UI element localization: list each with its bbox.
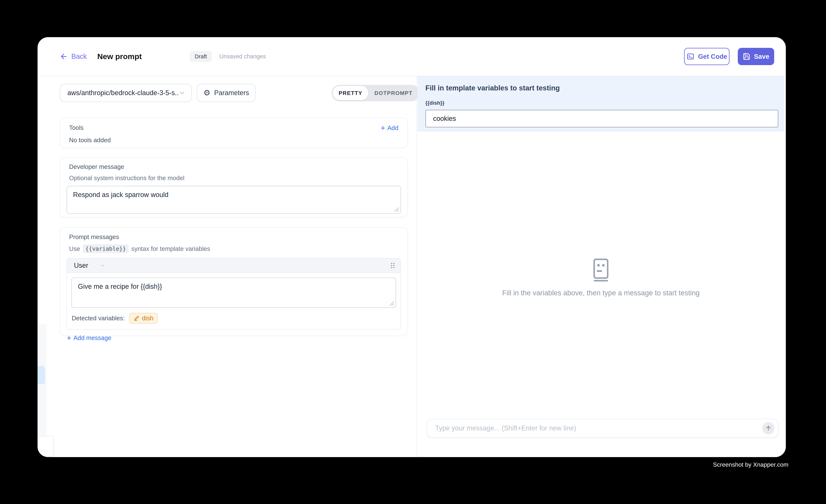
send-message-button[interactable] <box>762 422 775 434</box>
add-message-button[interactable]: + Add message <box>67 334 111 342</box>
unsaved-changes-text: Unsaved changes <box>219 53 266 60</box>
tester-panel: Fill in template variables to start test… <box>417 76 786 457</box>
save-floppy-icon <box>743 53 751 60</box>
tools-title: Tools <box>69 124 83 131</box>
drag-handle-icon[interactable] <box>391 262 395 269</box>
message-content-textarea[interactable]: Give me a recipe for {{dish}} <box>71 277 396 308</box>
robot-face-icon <box>592 259 610 281</box>
header-bar: Back New prompt Draft Unsaved changes Ge… <box>38 37 786 76</box>
hint-prefix: Use <box>69 245 80 252</box>
back-label: Back <box>71 53 87 60</box>
hint-suffix: syntax for template variables <box>131 245 210 252</box>
variable-value-input[interactable] <box>425 110 778 127</box>
terminal-icon <box>686 52 695 61</box>
chat-input-placeholder: Type your message... (Shift+Enter for ne… <box>435 424 762 432</box>
developer-message-title: Developer message <box>69 163 401 170</box>
back-button[interactable]: Back <box>60 52 87 61</box>
watermark-text: Screenshot by Xnapper.com <box>713 461 788 468</box>
chevron-down-icon <box>100 262 106 269</box>
add-message-label: Add message <box>73 334 111 341</box>
plus-icon: + <box>381 124 385 132</box>
chat-input[interactable]: Type your message... (Shift+Enter for ne… <box>427 419 778 438</box>
save-label: Save <box>754 53 769 60</box>
arrow-left-icon <box>60 52 68 61</box>
save-button[interactable]: Save <box>738 48 774 65</box>
parameters-label: Parameters <box>214 89 249 97</box>
status-badge: Draft <box>190 51 212 62</box>
get-code-label: Get Code <box>698 53 727 60</box>
arrow-up-icon <box>765 425 772 432</box>
detected-variables-label: Detected variables: <box>72 315 125 322</box>
prompt-messages-title: Prompt messages <box>69 234 401 241</box>
developer-message-subtitle: Optional system instructions for the mod… <box>69 175 401 182</box>
get-code-button[interactable]: Get Code <box>684 48 729 65</box>
variable-badge-dish[interactable]: dish <box>129 313 158 324</box>
parameters-button[interactable]: ⚙ Parameters <box>197 84 256 102</box>
cropped-popover <box>38 436 54 456</box>
edit-pencil-icon <box>134 315 140 321</box>
app-window: Back New prompt Draft Unsaved changes Ge… <box>38 37 786 457</box>
chat-empty-text: Fill in the variables above, then type a… <box>502 289 700 297</box>
toggle-option-pretty[interactable]: PRETTY <box>333 86 368 100</box>
chevron-down-icon <box>179 89 186 97</box>
variable-code-chip: {{variable}} <box>83 244 129 253</box>
page-title: New prompt <box>97 52 142 61</box>
message-block: User Give me a recipe for {{dish}} <box>66 258 401 330</box>
message-header: User <box>67 258 401 273</box>
cropped-sidebar-active-item <box>38 366 45 384</box>
detected-variables-row: Detected variables: dish <box>67 308 401 329</box>
variable-name-label: {{dish}} <box>425 100 784 106</box>
tools-empty-text: No tools added <box>69 137 398 144</box>
add-tool-button[interactable]: + Add <box>381 124 398 132</box>
template-variables-section: Fill in template variables to start test… <box>417 76 784 131</box>
message-role-select[interactable]: User <box>74 262 106 269</box>
developer-message-section: Developer message Optional system instru… <box>60 157 408 217</box>
plus-icon: + <box>67 334 71 342</box>
model-selector[interactable]: aws/anthropic/bedrock-claude-3-5-s... <box>60 84 192 102</box>
model-selector-value: aws/anthropic/bedrock-claude-3-5-s... <box>67 89 179 97</box>
toggle-option-dotprompt[interactable]: DOTPROMPT <box>368 86 418 100</box>
developer-message-textarea[interactable]: Respond as jack sparrow would <box>66 186 401 214</box>
editor-panel: aws/anthropic/bedrock-claude-3-5-s... ⚙ … <box>38 76 417 457</box>
message-role-value: User <box>74 262 88 269</box>
view-mode-toggle: PRETTY DOTPROMPT <box>332 85 420 101</box>
variable-badge-label: dish <box>142 315 154 322</box>
variable-syntax-hint: Use {{variable}} syntax for template var… <box>69 244 401 253</box>
prompt-messages-section: Prompt messages Use {{variable}} syntax … <box>60 228 408 336</box>
gear-icon: ⚙ <box>203 89 211 97</box>
screenshot-stage: Back New prompt Draft Unsaved changes Ge… <box>0 0 826 504</box>
tools-section: Tools + Add No tools added <box>60 118 408 148</box>
add-tool-label: Add <box>387 124 398 132</box>
tester-title: Fill in template variables to start test… <box>425 84 784 92</box>
chat-empty-state: Fill in the variables above, then type a… <box>417 259 784 297</box>
